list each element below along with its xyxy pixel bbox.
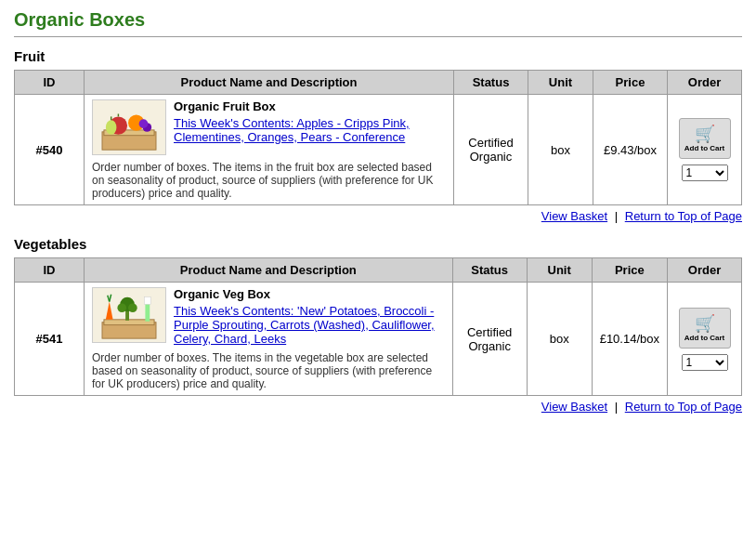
svg-point-7 (139, 119, 149, 128)
product-id-fruit: #540 (15, 95, 85, 205)
product-desc-fruit: Order number of boxes. The items in the … (92, 161, 446, 200)
col-status-veg: Status (452, 258, 527, 283)
return-top-link-fruit[interactable]: Return to Top of Page (625, 209, 742, 223)
product-status-veg: Certified Organic (452, 283, 527, 396)
col-price-veg: Price (592, 258, 667, 283)
product-unit-fruit: box (528, 95, 593, 205)
view-basket-link-fruit[interactable]: View Basket (541, 209, 607, 223)
product-price-veg: £10.14/box (592, 283, 667, 396)
fruit-table: ID Product Name and Description Status U… (14, 70, 742, 205)
svg-rect-21 (144, 297, 150, 305)
add-to-cart-label-veg: Add to Cart (684, 334, 725, 343)
col-product-fruit: Product Name and Description (85, 71, 454, 95)
section-heading-vegetables: Vegetables (14, 236, 742, 252)
quantity-select-veg[interactable]: 1 2 3 4 5 (682, 354, 728, 371)
cart-icon-fruit: 🛒 (695, 124, 715, 144)
product-link-veg[interactable]: This Week's Contents: 'New' Potatoes, Br… (174, 304, 438, 346)
add-to-cart-button-fruit[interactable]: 🛒 Add to Cart (679, 118, 731, 159)
cart-icon-veg: 🛒 (695, 313, 715, 334)
product-order-veg: 🛒 Add to Cart 1 2 3 4 5 (668, 283, 742, 396)
col-unit-veg: Unit (527, 258, 592, 283)
quantity-select-fruit[interactable]: 1 2 3 4 5 (682, 165, 728, 181)
product-name-fruit: Organic Fruit Box (174, 99, 439, 113)
view-basket-link-veg[interactable]: View Basket (541, 400, 607, 414)
col-order-fruit: Order (668, 71, 742, 95)
product-id-veg: #541 (15, 283, 85, 396)
table-row: #540 (15, 95, 742, 205)
svg-point-16 (128, 303, 137, 312)
nav-separator-veg: | (615, 400, 618, 414)
product-details-veg: Organic Veg Box This Week's Contents: 'N… (85, 283, 453, 396)
product-image-fruit (92, 99, 166, 155)
product-info-veg: Organic Veg Box This Week's Contents: 'N… (174, 287, 438, 346)
product-info-fruit: Organic Fruit Box This Week's Contents: … (174, 99, 439, 144)
vegetables-table: ID Product Name and Description Status U… (14, 257, 742, 396)
add-to-cart-label-fruit: Add to Cart (684, 144, 725, 153)
return-top-link-veg[interactable]: Return to Top of Page (625, 400, 742, 414)
product-image-veg (92, 287, 166, 343)
col-product-veg: Product Name and Description (85, 258, 453, 283)
svg-point-8 (106, 120, 117, 134)
product-status-fruit: Certified Organic (454, 95, 528, 205)
product-order-fruit: 🛒 Add to Cart 1 2 3 4 5 (668, 95, 742, 205)
section-heading-fruit: Fruit (14, 48, 742, 64)
product-link-fruit[interactable]: This Week's Contents: Apples - Cripps Pi… (174, 116, 439, 144)
table-row: #541 (15, 283, 742, 396)
svg-point-15 (117, 303, 126, 312)
page-title: Organic Boxes (14, 9, 742, 31)
product-price-fruit: £9.43/box (593, 95, 668, 205)
product-unit-veg: box (527, 283, 592, 396)
nav-links-fruit: View Basket | Return to Top of Page (14, 209, 742, 223)
nav-links-veg: View Basket | Return to Top of Page (14, 400, 742, 414)
product-name-veg: Organic Veg Box (174, 287, 438, 301)
col-price-fruit: Price (593, 71, 668, 95)
nav-separator-fruit: | (615, 209, 618, 223)
col-status-fruit: Status (454, 71, 528, 95)
add-to-cart-button-veg[interactable]: 🛒 Add to Cart (679, 308, 731, 349)
col-id-fruit: ID (15, 71, 85, 95)
col-order-veg: Order (668, 258, 742, 283)
product-details-fruit: Organic Fruit Box This Week's Contents: … (85, 95, 454, 205)
product-desc-veg: Order number of boxes. The items in the … (92, 351, 445, 390)
col-id-veg: ID (15, 258, 85, 283)
col-unit-fruit: Unit (528, 71, 593, 95)
